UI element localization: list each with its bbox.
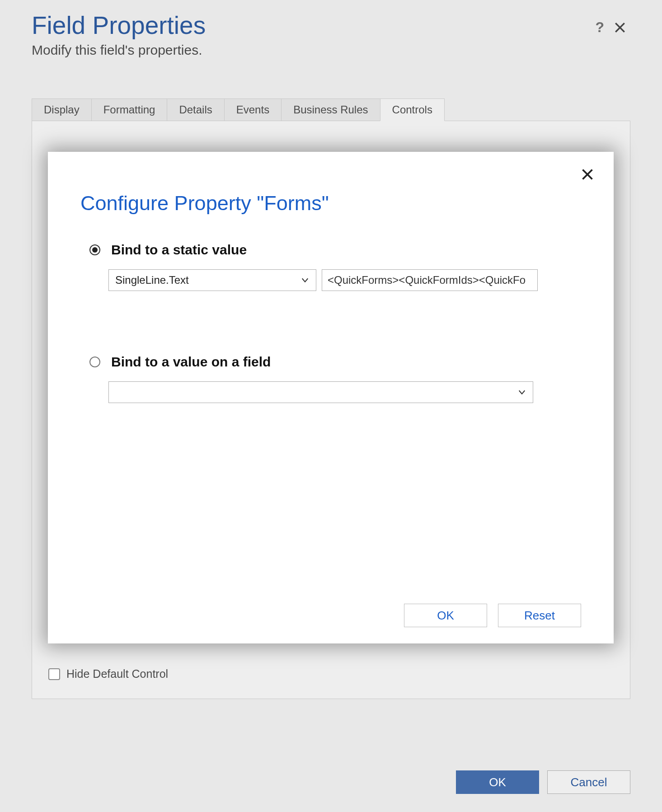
bind-field-content — [108, 381, 581, 403]
modal-close-icon[interactable] — [581, 168, 594, 181]
help-icon[interactable]: ? — [595, 19, 604, 36]
bind-static-content: SingleLine.Text — [108, 269, 581, 291]
close-icon[interactable] — [614, 22, 626, 33]
radio-selected-icon — [92, 247, 98, 253]
tab-details[interactable]: Details — [167, 99, 224, 121]
bind-static-radio[interactable] — [89, 244, 100, 255]
page-header-actions: ? — [595, 19, 626, 36]
page-header: Field Properties Modify this field's pro… — [32, 11, 630, 58]
cancel-button[interactable]: Cancel — [547, 770, 630, 794]
bind-field-radio-row[interactable]: Bind to a value on a field — [89, 354, 581, 370]
tab-controls[interactable]: Controls — [380, 99, 445, 121]
tab-events[interactable]: Events — [224, 99, 282, 121]
modal-reset-button[interactable]: Reset — [498, 604, 581, 627]
bind-field-section: Bind to a value on a field — [80, 354, 581, 403]
bind-static-section: Bind to a static value SingleLine.Text — [80, 242, 581, 291]
bind-field-radio[interactable] — [89, 357, 100, 367]
tab-display[interactable]: Display — [32, 99, 92, 121]
tabs-row: Display Formatting Details Events Busine… — [32, 99, 630, 121]
page-subtitle: Modify this field's properties. — [32, 42, 630, 58]
tab-formatting[interactable]: Formatting — [91, 99, 168, 121]
field-select[interactable] — [108, 381, 533, 403]
tab-business-rules[interactable]: Business Rules — [281, 99, 380, 121]
chevron-down-icon — [300, 276, 310, 285]
static-value-input[interactable] — [322, 269, 538, 291]
static-type-select-value: SingleLine.Text — [115, 274, 189, 286]
hide-default-control-checkbox[interactable] — [48, 668, 60, 680]
modal-footer: OK Reset — [404, 604, 581, 627]
hide-default-control-label: Hide Default Control — [66, 667, 168, 681]
page-footer: OK Cancel — [456, 770, 630, 794]
static-type-select[interactable]: SingleLine.Text — [108, 269, 316, 291]
ok-button[interactable]: OK — [456, 770, 539, 794]
bind-static-label: Bind to a static value — [111, 242, 247, 258]
modal-ok-button[interactable]: OK — [404, 604, 487, 627]
hide-default-control-row: Hide Default Control — [48, 667, 168, 681]
bind-field-label: Bind to a value on a field — [111, 354, 271, 370]
modal-title: Configure Property "Forms" — [80, 192, 581, 215]
page-title: Field Properties — [32, 11, 630, 40]
configure-property-modal: Configure Property "Forms" Bind to a sta… — [48, 152, 614, 643]
bind-static-radio-row[interactable]: Bind to a static value — [89, 242, 581, 258]
chevron-down-icon — [517, 388, 526, 397]
